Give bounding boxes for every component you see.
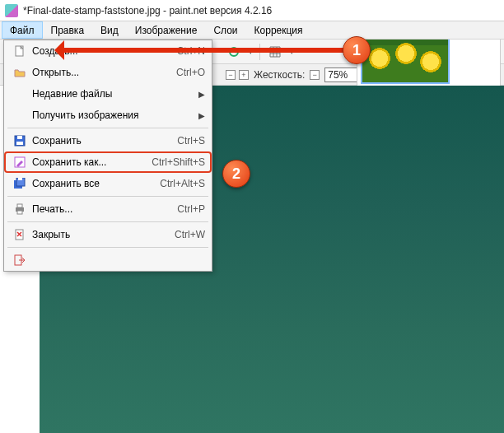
minus-icon[interactable]: − (310, 70, 320, 80)
exit-icon (11, 253, 29, 268)
menubar: Файл Правка Вид Изображение Слои Коррекц… (0, 21, 504, 40)
menu-item-close[interactable]: Закрыть Ctrl+W (4, 224, 212, 245)
menu-sep (7, 247, 208, 248)
menu-sep (7, 221, 208, 222)
annotation-arrow (61, 48, 357, 53)
menu-item-print[interactable]: Печать... Ctrl+P (4, 198, 212, 220)
save-icon (11, 133, 29, 148)
marker-2: 2 (222, 160, 250, 188)
svg-rect-12 (16, 142, 23, 145)
svg-rect-18 (17, 204, 22, 207)
plus-icon[interactable]: + (239, 70, 249, 80)
svg-rect-16 (18, 178, 22, 180)
menu-layers[interactable]: Слои (205, 21, 245, 39)
close-icon (11, 227, 29, 242)
svg-rect-11 (17, 136, 22, 139)
menu-item-recent[interactable]: Недавние файлы ▶ (4, 83, 212, 105)
save-all-icon (11, 176, 29, 191)
menu-item-save-all[interactable]: Сохранить все Ctrl+Alt+S (4, 173, 212, 194)
print-icon (11, 202, 29, 216)
file-menu-dropdown: Создать... Ctrl+N Открыть... Ctrl+O Неда… (3, 40, 212, 272)
menu-adjust[interactable]: Коррекция (246, 21, 311, 39)
app-icon (5, 4, 18, 17)
new-file-icon (11, 44, 29, 58)
menu-image[interactable]: Изображение (127, 21, 206, 39)
minus-icon[interactable]: − (226, 70, 236, 80)
menu-item-exit[interactable] (4, 249, 212, 271)
open-folder-icon (11, 65, 29, 80)
menu-item-acquire[interactable]: Получить изображения ▶ (4, 105, 212, 126)
menu-item-save[interactable]: Сохранить Ctrl+S (4, 130, 212, 151)
chevron-right-icon: ▶ (198, 90, 205, 99)
menu-view[interactable]: Вид (92, 21, 127, 39)
menu-sep (7, 128, 208, 128)
hardness-label: Жесткость: (254, 69, 305, 81)
window-title: *Final-date-stamp-faststone.jpg - paint.… (23, 5, 272, 16)
titlebar: *Final-date-stamp-faststone.jpg - paint.… (0, 0, 504, 21)
save-as-icon (11, 155, 29, 170)
menu-edit[interactable]: Правка (43, 21, 93, 39)
menu-file[interactable]: Файл (2, 21, 43, 39)
svg-rect-19 (17, 211, 22, 214)
menu-item-save-as[interactable]: Сохранить как... Ctrl+Shift+S (4, 151, 212, 173)
menu-item-open[interactable]: Открыть... Ctrl+O (4, 62, 212, 83)
chevron-right-icon: ▶ (198, 111, 205, 120)
menu-sep (7, 196, 208, 197)
marker-1: 1 (343, 36, 371, 64)
